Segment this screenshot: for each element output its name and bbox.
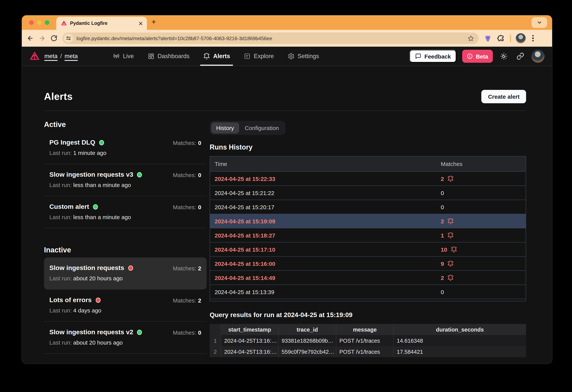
alert-matches: Matches:0	[173, 204, 201, 210]
browser-menu-icon[interactable]	[531, 35, 535, 42]
tab-configuration[interactable]: Configuration	[240, 122, 284, 133]
alert-list-item[interactable]: Slow ingestion requests v2 Matches:0 Las…	[44, 322, 207, 354]
nav-item-dashboards[interactable]: Dashboards	[147, 47, 189, 66]
new-tab-button[interactable]: +	[152, 17, 156, 26]
alert-list-item[interactable]: Custom alert Matches:0 Last run:less tha…	[44, 196, 207, 228]
alert-last-run: Last run:less than a minute ago	[49, 214, 201, 220]
alert-list: PG Ingest DLQ Matches:0 Last run:1 minut…	[44, 132, 207, 228]
site-settings-icon[interactable]	[64, 34, 73, 43]
alert-name: Lots of errors	[49, 296, 92, 304]
run-history-row[interactable]: 2024-04-25 at 15:13:39 0	[210, 284, 526, 299]
matches-label: Matches:	[173, 265, 196, 271]
runs-table-partial-row	[210, 299, 526, 301]
query-results-table: start_timestamp trace_id message duratio…	[210, 324, 526, 357]
matches-label: Matches:	[173, 329, 196, 336]
breadcrumb-separator: /	[60, 53, 62, 60]
run-history-row[interactable]: 2024-04-25 at 15:19:09 2	[210, 214, 526, 228]
tab-close-icon[interactable]: ✕	[138, 20, 143, 26]
run-matches: 0	[441, 189, 526, 196]
browser-tab[interactable]: Pydantic Logfire ✕	[56, 17, 147, 30]
matches-label: Matches:	[173, 204, 196, 210]
alert-matches: Matches:0	[173, 172, 201, 178]
close-window-button[interactable]	[29, 20, 34, 25]
breadcrumb: meta / meta	[44, 53, 78, 60]
back-button[interactable]	[27, 35, 34, 42]
alert-list-item[interactable]: Lots of errors Matches:2 Last run:4 days…	[44, 289, 207, 322]
run-time: 2024-04-25 at 15:17:10	[210, 246, 441, 253]
alert-list-item[interactable]: PG Ingest DLQ Matches:0 Last run:1 minut…	[44, 132, 207, 164]
bell-ring-icon	[447, 232, 454, 238]
share-link-icon[interactable]	[515, 51, 526, 62]
url-text: logfire.pydantic.dev/meta/meta/alerts?al…	[77, 35, 272, 41]
alert-name: Custom alert	[49, 203, 89, 211]
breadcrumb-project-link[interactable]: meta	[65, 53, 78, 60]
alert-section: Inactive Slow ingestion requests Matches…	[44, 246, 207, 354]
alert-name: Slow ingestion requests v3	[49, 171, 133, 179]
matches-value: 2	[198, 265, 201, 271]
cell-start-timestamp: 2024-04-25T13:16:…	[221, 346, 278, 357]
browser-toolbar: logfire.pydantic.dev/meta/meta/alerts?al…	[22, 30, 552, 47]
extensions-puzzle-icon[interactable]	[497, 34, 505, 42]
run-matches-value: 9	[441, 260, 444, 267]
feedback-label: Feedback	[425, 53, 451, 60]
tab-title: Pydantic Logfire	[70, 21, 135, 26]
alert-last-run: Last run:about 20 hours ago	[49, 275, 201, 282]
info-icon	[467, 53, 473, 59]
nav-item-live[interactable]: Live	[113, 47, 134, 66]
alert-list: Slow ingestion requests Matches:2 Last r…	[44, 257, 207, 354]
nav-label: Dashboards	[158, 53, 189, 60]
nav-item-settings[interactable]: Settings	[288, 47, 319, 66]
tab-history[interactable]: History	[211, 122, 239, 133]
beta-label: Beta	[476, 53, 488, 60]
feedback-button[interactable]: Feedback	[410, 50, 457, 63]
run-history-row[interactable]: 2024-04-25 at 15:16:00 9	[210, 256, 526, 270]
address-bar[interactable]: logfire.pydantic.dev/meta/meta/alerts?al…	[62, 32, 479, 44]
github-cat-extension-icon[interactable]	[484, 34, 492, 43]
bell-ring-icon	[447, 274, 454, 281]
run-time: 2024-04-25 at 15:18:27	[210, 232, 441, 238]
last-run-label: Last run:	[49, 275, 72, 282]
alert-section: Active PG Ingest DLQ Matches:0 Last run:…	[44, 121, 207, 228]
query-table-header: start_timestamp trace_id message duratio…	[210, 324, 526, 335]
run-history-row[interactable]: 2024-04-25 at 15:22:33 2	[210, 171, 526, 186]
runs-history-heading: Runs History	[210, 143, 526, 151]
logfire-logo[interactable]	[30, 51, 40, 61]
section-heading: Inactive	[44, 246, 207, 254]
alert-list-item[interactable]: Slow ingestion requests v3 Matches:0 Las…	[44, 164, 207, 196]
user-avatar[interactable]	[531, 50, 544, 63]
nav-item-explore[interactable]: Explore	[244, 47, 274, 66]
breadcrumb-org-link[interactable]: meta	[44, 53, 58, 60]
query-results-heading: Query results for run at 2024-04-25 at 1…	[210, 311, 526, 319]
maximize-window-button[interactable]	[45, 20, 49, 25]
run-history-row[interactable]: 2024-04-25 at 15:14:49 2	[210, 270, 526, 284]
last-run-label: Last run:	[49, 307, 72, 314]
last-run-value: less than a minute ago	[73, 214, 131, 220]
matches-value: 0	[198, 139, 201, 146]
browser-profile-avatar[interactable]	[516, 33, 526, 43]
forward-button[interactable]	[39, 35, 46, 42]
create-alert-button[interactable]: Create alert	[481, 90, 526, 103]
bookmark-star-icon[interactable]	[468, 35, 474, 42]
cell-message: POST /v1/traces	[336, 335, 393, 346]
run-history-row[interactable]: 2024-04-25 at 15:20:17 0	[210, 200, 526, 214]
tab-search-chevron-button[interactable]	[531, 17, 547, 28]
run-history-row[interactable]: 2024-04-25 at 15:17:10 10	[210, 242, 526, 256]
sun-moon-icon	[500, 52, 508, 60]
nav-item-alerts[interactable]: Alerts	[203, 47, 230, 66]
run-history-row[interactable]: 2024-04-25 at 15:21:22 0	[210, 186, 526, 200]
alert-name: Slow ingestion requests v2	[49, 329, 133, 336]
cell-trace-id: 559c0f79e792cb42…	[278, 346, 336, 357]
app-header: meta / meta Live Dashboards Alerts	[22, 47, 552, 66]
alert-name: Slow ingestion requests	[49, 264, 124, 272]
bell-ring-icon	[447, 218, 454, 224]
theme-toggle-button[interactable]	[499, 51, 509, 62]
run-history-row[interactable]: 2024-04-25 at 15:18:27 1	[210, 228, 526, 242]
query-result-row: 2 2024-04-25T13:16:… 559c0f79e792cb42… P…	[210, 346, 526, 357]
last-run-value: about 20 hours ago	[73, 275, 123, 282]
minimize-window-button[interactable]	[37, 20, 42, 25]
reload-button[interactable]	[50, 35, 57, 42]
run-matches-value: 0	[441, 204, 444, 210]
last-run-value: about 20 hours ago	[73, 339, 123, 346]
beta-badge[interactable]: Beta	[462, 50, 493, 63]
alert-list-item[interactable]: Slow ingestion requests Matches:2 Last r…	[44, 257, 207, 289]
